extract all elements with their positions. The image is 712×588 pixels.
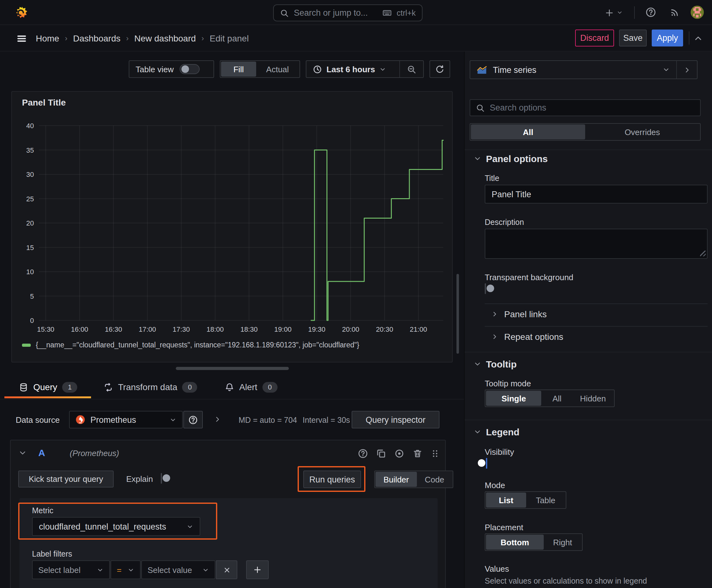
metric-select[interactable]: cloudflared_tunnel_total_requests bbox=[32, 517, 200, 536]
viz-type-select[interactable]: Time series bbox=[470, 61, 676, 79]
repeat-options-row[interactable]: Repeat options bbox=[491, 332, 563, 342]
query-ref-id[interactable]: A bbox=[38, 447, 45, 458]
tab-query-label: Query bbox=[33, 382, 57, 392]
svg-text:20:30: 20:30 bbox=[376, 326, 393, 333]
svg-text:18:30: 18:30 bbox=[240, 326, 258, 333]
legend-placement-right[interactable]: Right bbox=[544, 534, 581, 550]
zoom-out-button[interactable] bbox=[400, 61, 423, 77]
query-inspector-button[interactable]: Query inspector bbox=[352, 411, 439, 428]
description-textarea[interactable] bbox=[485, 229, 708, 259]
grafana-edit-panel-screen: Search or jump to... ctrl+k Home › Dashb… bbox=[0, 0, 712, 588]
panel-title-input[interactable] bbox=[485, 185, 708, 204]
vertical-scrollbar-thumb[interactable] bbox=[456, 274, 459, 354]
refresh-button[interactable] bbox=[429, 60, 450, 78]
svg-text:35: 35 bbox=[26, 146, 34, 154]
breadcrumb-new-dashboard[interactable]: New dashboard bbox=[134, 33, 196, 43]
run-queries-button[interactable]: Run queries bbox=[303, 470, 361, 488]
query-delete-button[interactable] bbox=[412, 448, 423, 459]
transparent-background-toggle[interactable] bbox=[485, 283, 486, 294]
chevron-right-icon bbox=[491, 310, 498, 318]
tooltip-mode-hidden[interactable]: Hidden bbox=[573, 391, 613, 406]
breadcrumb-home[interactable]: Home bbox=[36, 33, 59, 43]
news-button[interactable] bbox=[669, 7, 680, 18]
tooltip-mode-all[interactable]: All bbox=[542, 391, 573, 406]
tab-alert[interactable]: Alert 0 bbox=[225, 376, 278, 398]
legend-placement-bottom[interactable]: Bottom bbox=[486, 534, 544, 550]
fill-actual-switch: Fill Actual bbox=[220, 60, 300, 78]
eye-icon bbox=[394, 448, 404, 459]
user-avatar[interactable] bbox=[691, 6, 704, 19]
query-help-button[interactable] bbox=[358, 448, 368, 459]
select-label-dropdown[interactable]: Select label bbox=[32, 560, 110, 579]
chevron-down-icon bbox=[473, 360, 481, 368]
legend-mode-list[interactable]: List bbox=[486, 492, 526, 508]
time-range-button[interactable]: Last 6 hours bbox=[306, 61, 399, 77]
chevron-down-icon bbox=[380, 66, 386, 72]
tooltip-mode-single[interactable]: Single bbox=[486, 391, 542, 406]
panel-card: Panel Title 051015202530354015:3016:0016… bbox=[11, 91, 453, 362]
actual-option[interactable]: Actual bbox=[256, 62, 299, 77]
table-view-control: Table view bbox=[129, 60, 214, 78]
select-value-dropdown[interactable]: Select value bbox=[141, 560, 215, 579]
datasource-help-button[interactable] bbox=[184, 411, 203, 428]
kick-start-query-button[interactable]: Kick start your query bbox=[18, 470, 114, 487]
chart-legend-item[interactable]: {__name__="cloudflared_tunnel_total_requ… bbox=[22, 341, 359, 349]
builder-option[interactable]: Builder bbox=[375, 472, 417, 487]
query-disable-button[interactable] bbox=[394, 448, 404, 459]
tab-query[interactable]: Query 1 bbox=[19, 376, 77, 398]
code-option[interactable]: Code bbox=[417, 472, 452, 487]
pane-resize-handle[interactable] bbox=[176, 367, 289, 370]
mega-menu-button[interactable] bbox=[16, 33, 27, 44]
query-duplicate-button[interactable] bbox=[376, 448, 386, 459]
legend-header[interactable]: Legend bbox=[473, 426, 520, 437]
description-label: Description bbox=[485, 218, 524, 227]
legend-mode-table[interactable]: Table bbox=[526, 492, 565, 508]
tab-all[interactable]: All bbox=[471, 124, 585, 140]
breadcrumb-separator: › bbox=[59, 34, 73, 42]
transparent-background-label: Transparent background bbox=[485, 273, 573, 282]
save-button[interactable]: Save bbox=[619, 29, 647, 46]
tooltip-header[interactable]: Tooltip bbox=[473, 359, 517, 370]
panel-options-header[interactable]: Panel options bbox=[473, 153, 548, 164]
operator-value: = bbox=[117, 565, 124, 574]
operator-dropdown[interactable]: = bbox=[110, 560, 141, 579]
bell-icon bbox=[225, 382, 234, 392]
remove-filter-button[interactable] bbox=[216, 560, 237, 579]
fill-option[interactable]: Fill bbox=[221, 62, 256, 77]
tab-overrides[interactable]: Overrides bbox=[585, 124, 699, 140]
help-button[interactable] bbox=[645, 7, 656, 18]
hamburger-icon bbox=[16, 33, 27, 44]
explain-label: Explain bbox=[126, 474, 153, 484]
query-options-expand[interactable] bbox=[214, 415, 222, 423]
database-icon bbox=[19, 382, 28, 392]
svg-text:16:00: 16:00 bbox=[71, 326, 88, 333]
query-drag-handle[interactable] bbox=[430, 448, 440, 459]
tab-transform[interactable]: Transform data 0 bbox=[104, 376, 197, 398]
legend-visibility-toggle[interactable] bbox=[486, 458, 487, 469]
avatar-image bbox=[691, 6, 704, 19]
options-sidebar: Time series Search options All Overrides… bbox=[464, 51, 712, 588]
datasource-picker[interactable]: Prometheus bbox=[69, 411, 183, 428]
apply-button[interactable]: Apply bbox=[652, 29, 683, 46]
transform-icon bbox=[104, 382, 113, 392]
panel-title[interactable]: Panel Title bbox=[22, 97, 66, 107]
svg-text:0: 0 bbox=[30, 317, 34, 324]
panel-links-row[interactable]: Panel links bbox=[491, 309, 546, 319]
search-options-box[interactable]: Search options bbox=[470, 99, 701, 116]
query-collapse-button[interactable] bbox=[18, 448, 27, 457]
chevron-up-icon bbox=[693, 33, 703, 43]
add-filter-button[interactable] bbox=[246, 560, 269, 579]
grafana-logo[interactable] bbox=[13, 5, 28, 20]
textarea-resize-handle[interactable] bbox=[700, 251, 706, 256]
collapse-header-button[interactable] bbox=[693, 33, 703, 43]
table-view-toggle[interactable] bbox=[179, 64, 199, 74]
add-new-button[interactable] bbox=[605, 5, 623, 20]
discard-button[interactable]: Discard bbox=[575, 29, 614, 46]
search-icon bbox=[280, 8, 289, 17]
breadcrumb-dashboards[interactable]: Dashboards bbox=[73, 33, 121, 43]
explain-toggle[interactable] bbox=[161, 473, 162, 484]
section-divider bbox=[465, 352, 712, 352]
global-search-box[interactable]: Search or jump to... ctrl+k bbox=[273, 4, 423, 21]
collapse-options-button[interactable] bbox=[677, 61, 697, 79]
legend-values-hint: Select values or calculations to show in… bbox=[485, 577, 647, 586]
